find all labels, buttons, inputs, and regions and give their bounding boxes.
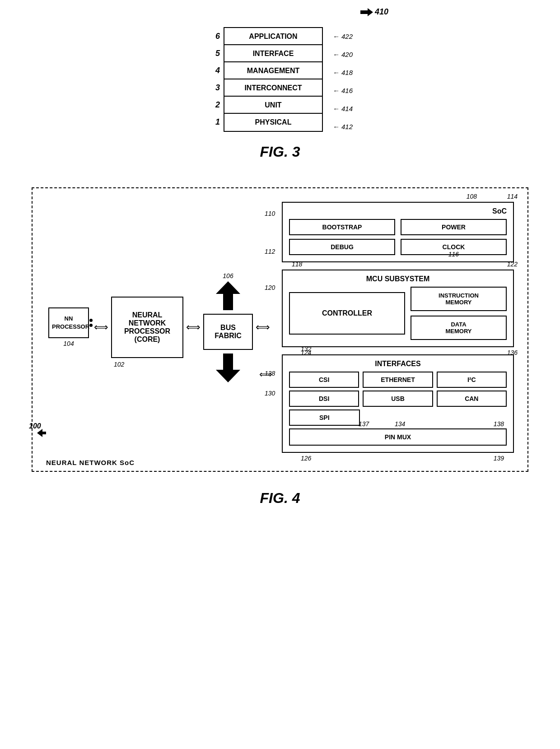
- soc-ref-110: 110: [265, 210, 275, 217]
- soc-row-1: BOOTSTRAP POWER: [289, 219, 507, 235]
- fig3-stack: 6APPLICATION5INTERFACE4MANAGEMENT3INTERC…: [207, 27, 323, 130]
- right-col: 108 114 110 112 SoC BOOTSTRAP POWER: [282, 202, 514, 453]
- svg-marker-3: [216, 354, 240, 382]
- fig3-number: 2: [207, 100, 220, 110]
- nn-dots: [89, 319, 93, 327]
- iface-label: INTERFACES: [289, 360, 507, 368]
- fig3-box: APPLICATION: [224, 27, 323, 46]
- iface-usb: USB: [363, 391, 433, 407]
- soc-bootstrap: BOOTSTRAP: [289, 219, 395, 235]
- mcu-ref-118: 118: [292, 261, 302, 268]
- svg-marker-2: [216, 281, 240, 310]
- nnp-core-ref: 102: [114, 361, 124, 368]
- iface-row-1: CSI ETHERNET I²C: [289, 372, 507, 388]
- nnp-core-box: NEURALNETWORKPROCESSOR(CORE): [111, 297, 183, 358]
- iface-can: CAN: [437, 391, 507, 407]
- fig3-box: PHYSICAL: [224, 113, 323, 132]
- mcu-ref-116: 116: [448, 251, 459, 258]
- fig3-ref: ←416: [330, 81, 353, 99]
- fig3-row: 3INTERCONNECT: [207, 79, 323, 97]
- fig3-number: 6: [207, 32, 220, 41]
- iface-grid: CSI ETHERNET I²C DSI USB CAN SPI: [289, 372, 507, 446]
- nn-processor-group: NNPROCESSOR 104: [46, 307, 91, 347]
- fig4-diagram: NNPROCESSOR 104 ⟺ NEURALNETWORKPROCESSOR…: [46, 202, 514, 453]
- iface-ref-138: 138: [494, 420, 504, 428]
- iface-spi: SPI: [289, 409, 360, 426]
- fig3-row: 6APPLICATION: [207, 27, 323, 45]
- bus-fabric-box: BUSFABRIC: [203, 314, 253, 350]
- fig3-ref: ←422: [330, 27, 353, 45]
- iface-ref-130: 130: [265, 390, 275, 397]
- fig3-box: INTERFACE: [224, 44, 323, 63]
- fig4-outer: 100 NNPROCESSOR 104: [32, 187, 528, 507]
- fig3-box: UNIT: [224, 96, 323, 115]
- fig3-ref: ←412: [330, 117, 353, 135]
- fig3-number: 4: [207, 66, 220, 75]
- iface-ref-126: 126: [301, 455, 311, 462]
- mcu-instruction-memory: INSTRUCTIONMEMORY: [411, 287, 507, 311]
- mcu-inner: CONTROLLER INSTRUCTIONMEMORY DATAMEMORY: [289, 287, 507, 340]
- iface-pinmux: PIN MUX: [289, 428, 507, 446]
- svg-marker-0: [360, 8, 373, 16]
- iface-i2c: I²C: [437, 372, 507, 388]
- mcu-controller: CONTROLLER: [289, 292, 405, 335]
- fig3-row: 1PHYSICAL: [207, 113, 323, 131]
- mcu-label: MCU SUBSYSTEM: [289, 275, 507, 283]
- bus-arrow-up: [216, 281, 240, 310]
- bus-arrow-down: [216, 354, 240, 382]
- fig3-ref: ←420: [330, 45, 353, 63]
- bus-fabric-ref: 106: [223, 272, 233, 279]
- iface-arrow-left: ⟺: [259, 369, 272, 380]
- soc-box: 108 114 110 112 SoC BOOTSTRAP POWER: [282, 202, 514, 262]
- soc-debug: DEBUG: [289, 239, 395, 255]
- iface-row-2: DSI USB CAN: [289, 391, 507, 407]
- nnp-core-group: NEURALNETWORKPROCESSOR(CORE) 102: [111, 297, 183, 358]
- nn-processor-ref: 104: [63, 340, 74, 347]
- mcu-ref-122: 122: [507, 261, 518, 268]
- bus-fabric-label: BUSFABRIC: [215, 324, 242, 340]
- mcu-box: 116 118 122 120 124 136 MCU SUBSYSTEM CO…: [282, 270, 514, 347]
- fig3-row: 5INTERFACE: [207, 44, 323, 62]
- fig3-number: 1: [207, 117, 220, 127]
- arrow-bus-right: ⟺: [256, 321, 270, 333]
- svg-marker-1: [37, 429, 46, 437]
- fig3-row: 4MANAGEMENT: [207, 61, 323, 79]
- fig3-number: 3: [207, 83, 220, 93]
- fig3-ref: ←414: [330, 99, 353, 117]
- soc-label: SoC: [289, 207, 507, 215]
- bus-fabric-group: 106 BUSFABRIC: [203, 272, 253, 382]
- fig4-main-box: 100 NNPROCESSOR 104: [32, 187, 528, 472]
- arrow-nn-nnp: ⟺: [94, 321, 108, 333]
- ref-410-label: 410: [360, 7, 388, 17]
- interfaces-box: 132 128 130 137 134 138 126 139 ⟺ INTERF…: [282, 354, 514, 453]
- iface-ref-132: 132: [301, 345, 311, 353]
- soc-ref-112: 112: [265, 248, 275, 255]
- mcu-right: INSTRUCTIONMEMORY DATAMEMORY: [411, 287, 507, 340]
- fig3-title: FIG. 3: [260, 144, 300, 160]
- mcu-ref-120: 120: [265, 284, 275, 291]
- soc-ref-108: 108: [467, 193, 477, 200]
- fig3-box: INTERCONNECT: [224, 79, 323, 98]
- soc-ref-114: 114: [507, 193, 518, 200]
- iface-ref-137: 137: [359, 420, 369, 428]
- fig4-title: FIG. 4: [32, 490, 528, 507]
- fig4-outer-label: NEURAL NETWORK SoC: [46, 459, 135, 466]
- iface-csi: CSI: [289, 372, 359, 388]
- fig3-ref: ←418: [330, 63, 353, 81]
- iface-ref-134: 134: [395, 420, 405, 428]
- iface-ethernet: ETHERNET: [363, 372, 433, 388]
- mcu-data-memory: DATAMEMORY: [411, 316, 507, 340]
- nn-processor-label: NNPROCESSOR: [52, 315, 89, 330]
- fig3-number: 5: [207, 49, 220, 58]
- nn-processor-box: NNPROCESSOR: [48, 307, 89, 338]
- ref-410: 410: [375, 7, 388, 17]
- arrow-nnp-bus: ⟺: [186, 321, 201, 333]
- fig3-row: 2UNIT: [207, 96, 323, 114]
- fig3-box: MANAGEMENT: [224, 61, 323, 80]
- soc-row-2: DEBUG CLOCK: [289, 239, 507, 255]
- iface-dsi: DSI: [289, 391, 359, 407]
- iface-ref-139: 139: [494, 455, 504, 462]
- soc-power: POWER: [401, 219, 507, 235]
- page-container: 410 6APPLICATION5INTERFACE4MANAGEMENT3IN…: [0, 0, 560, 749]
- soc-inner: BOOTSTRAP POWER DEBUG CLOCK: [289, 219, 507, 255]
